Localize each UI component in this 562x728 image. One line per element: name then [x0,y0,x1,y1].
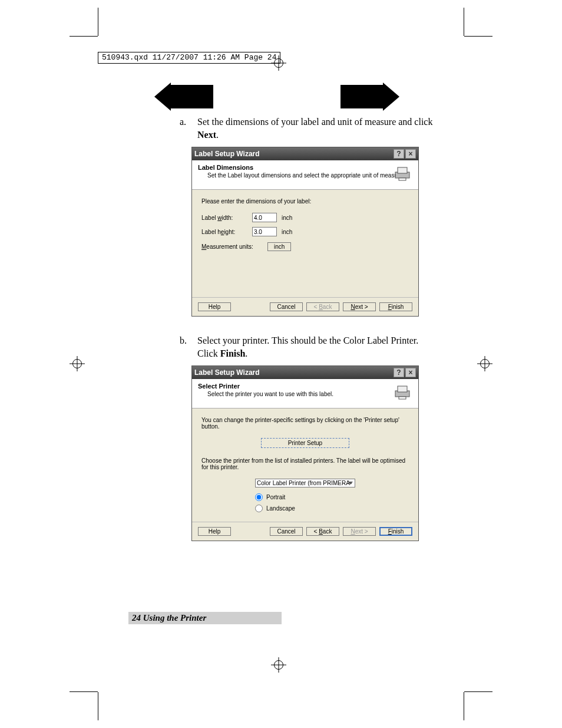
dialog2-titlebar: Label Setup Wizard ? × [192,366,418,379]
label-width-input[interactable] [252,213,277,222]
measurement-units-row: Measurement units: inch [201,242,409,251]
dialog2-header-title: Select Printer [198,383,412,390]
printer-select[interactable]: Color Label Printer (from PRIMERA- [255,479,355,487]
step-a-letter: a. [180,116,189,141]
dialog1-titlebar: Label Setup Wizard ? × [192,147,418,160]
step-a-text: Set the dimensions of your label and uni… [197,116,433,141]
printer-setup-button[interactable]: Printer Setup [261,438,349,448]
svg-rect-2 [399,178,406,180]
section-title: Using the Printer [143,613,207,622]
landscape-radio-input[interactable] [255,505,263,512]
page-number: 24 [132,613,141,622]
dialog2-header-sub: Select the printer you want to use with … [207,391,412,397]
printer-icon [394,164,414,182]
svg-rect-4 [398,386,407,392]
dialog1-body: Please enter the dimensions of your labe… [192,190,418,297]
label-height-label: Label height: [201,229,247,235]
dialog1-title: Label Setup Wizard [194,150,392,158]
label-height-unit: inch [282,229,292,235]
dialog2-instr2: Choose the printer from the list of inst… [201,457,409,470]
help-icon[interactable]: ? [394,368,404,377]
dialog2-buttons: Help Cancel < Back Next > Finish [192,522,418,541]
orientation-group: Portrait Landscape [255,493,355,512]
measurement-units-select[interactable]: inch [267,242,291,251]
dialog-label-dimensions: Label Setup Wizard ? × Label Dimensions … [191,147,419,317]
label-height-row: Label height: inch [201,227,409,236]
dialog2-instr1: You can change the printer-specific sett… [201,417,409,430]
page-footer: 24 Using the Printer [128,612,282,624]
back-button: < Back [306,302,339,311]
step-b-text: Select your printer. This should be the … [197,334,433,360]
help-icon[interactable]: ? [394,149,404,159]
next-page-arrow-icon[interactable] [340,85,383,108]
finish-button[interactable]: Finish [379,527,412,536]
cancel-button[interactable]: Cancel [270,302,303,311]
step-b: b. Select your printer. This should be t… [180,334,433,360]
label-width-row: Label width: inch [201,213,409,222]
help-button[interactable]: Help [198,302,231,311]
svg-rect-1 [398,167,407,173]
portrait-radio-input[interactable] [255,493,263,501]
printer-icon [394,383,414,400]
landscape-label: Landscape [266,505,295,512]
slug-line: 510943.qxd 11/27/2007 11:26 AM Page 24 [98,52,280,64]
next-button: Next > [343,527,376,536]
dialog-select-printer: Label Setup Wizard ? × Select Printer Se… [191,365,419,541]
close-icon[interactable]: × [405,149,416,159]
dialog2-title: Label Setup Wizard [194,368,392,377]
dialog1-header-sub: Set the Label layout dimensions and sele… [207,172,412,179]
label-width-label: Label width: [201,215,247,221]
step-a: a. Set the dimensions of your label and … [180,116,433,141]
dialog1-buttons: Help Cancel < Back Next > Finish [192,297,418,316]
step-b-letter: b. [180,334,189,360]
nav-arrows [171,83,383,111]
dialog2-body: You can change the printer-specific sett… [192,409,418,522]
label-width-unit: inch [282,215,292,221]
dialog1-header: Label Dimensions Set the Label layout di… [192,160,418,190]
cancel-button[interactable]: Cancel [270,527,303,536]
finish-button[interactable]: Finish [379,302,412,311]
prev-page-arrow-icon[interactable] [171,85,213,108]
landscape-radio[interactable]: Landscape [255,505,355,512]
close-icon[interactable]: × [405,368,416,377]
help-button[interactable]: Help [198,527,231,536]
dialog1-header-title: Label Dimensions [198,164,412,171]
svg-rect-5 [399,397,406,399]
dialog2-header: Select Printer Select the printer you wa… [192,379,418,409]
back-button[interactable]: < Back [306,527,339,536]
dialog1-intro: Please enter the dimensions of your labe… [201,198,409,205]
next-button[interactable]: Next > [343,302,376,311]
measurement-units-label: Measurement units: [201,243,263,250]
portrait-label: Portrait [266,494,285,500]
portrait-radio[interactable]: Portrait [255,493,355,501]
label-height-input[interactable] [252,227,277,236]
